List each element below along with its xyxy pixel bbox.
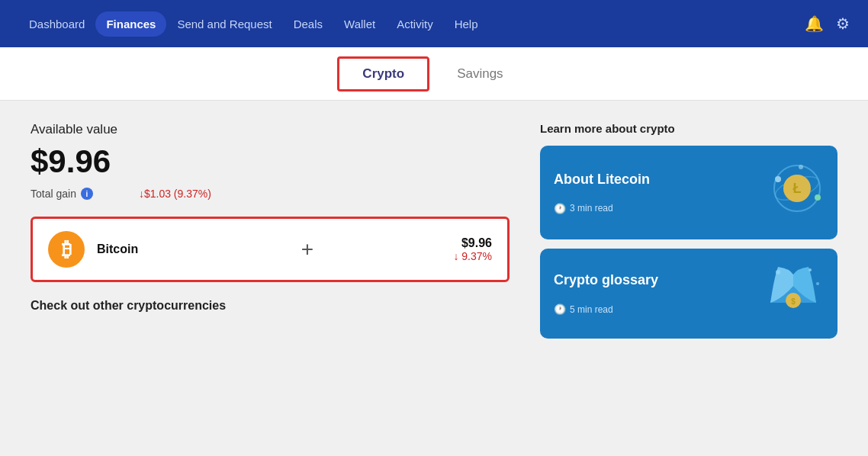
nav-dashboard[interactable]: Dashboard (18, 11, 95, 37)
coin-pct: ↓ 9.37% (453, 250, 492, 262)
coin-values: $9.96 ↓ 9.37% (453, 236, 492, 262)
left-panel: Available value $9.96 Total gain i ↓$1.0… (31, 122, 510, 435)
tab-crypto[interactable]: Crypto (337, 56, 429, 92)
bitcoin-card[interactable]: ₿ Bitcoin + $9.96 ↓ 9.37% (31, 217, 510, 282)
svg-point-6 (799, 165, 803, 169)
available-value: $9.96 (31, 143, 510, 180)
coin-usd: $9.96 (453, 236, 492, 250)
about-litecoin-card[interactable]: About Litecoin 🕐 3 min read Ł (540, 146, 837, 239)
card-title-litecoin: About Litecoin (554, 172, 650, 188)
svg-point-10 (809, 268, 812, 271)
other-cryptos-label: Check out other cryptocurrencies (31, 299, 510, 313)
litecoin-illustration: Ł (755, 158, 824, 227)
bitcoin-icon: ₿ (48, 231, 85, 268)
clock-icon-litecoin: 🕐 (554, 203, 566, 214)
svg-point-11 (816, 282, 819, 285)
svg-point-5 (815, 194, 821, 201)
total-gain-row: Total gain i ↓$1.03 (9.37%) (31, 188, 510, 200)
svg-point-9 (776, 270, 780, 275)
nav-wallet[interactable]: Wallet (333, 11, 386, 37)
tabs-bar: Crypto Savings (0, 47, 868, 101)
nav-send-request[interactable]: Send and Request (166, 11, 282, 37)
card-text-glossary: Crypto glossary 🕐 5 min read (554, 272, 658, 315)
svg-point-4 (775, 176, 781, 182)
gain-value: ↓$1.03 (9.37%) (139, 188, 211, 200)
available-label: Available value (31, 122, 510, 137)
clock-icon-glossary: 🕐 (554, 303, 566, 315)
add-icon[interactable]: + (173, 237, 441, 262)
glossary-illustration: $ (763, 261, 824, 326)
info-icon[interactable]: i (81, 188, 93, 200)
coin-name: Bitcoin (97, 242, 138, 256)
card-title-glossary: Crypto glossary (554, 272, 658, 288)
total-gain-label: Total gain i (31, 188, 93, 200)
nav-activity[interactable]: Activity (386, 11, 444, 37)
tab-savings[interactable]: Savings (429, 56, 530, 92)
card-time-litecoin: 🕐 3 min read (554, 203, 650, 214)
crypto-glossary-card[interactable]: Crypto glossary 🕐 5 min read $ (540, 249, 837, 339)
nav-help[interactable]: Help (444, 11, 489, 37)
bell-icon[interactable]: 🔔 (805, 14, 824, 33)
nav-finances[interactable]: Finances (95, 11, 166, 37)
svg-text:$: $ (791, 297, 796, 306)
gear-icon[interactable]: ⚙ (836, 14, 850, 33)
card-time-glossary: 🕐 5 min read (554, 303, 658, 315)
right-panel: Learn more about crypto About Litecoin 🕐… (540, 122, 837, 435)
learn-label: Learn more about crypto (540, 122, 837, 135)
card-text-litecoin: About Litecoin 🕐 3 min read (554, 172, 650, 214)
svg-text:Ł: Ł (793, 181, 802, 196)
main-content: Available value $9.96 Total gain i ↓$1.0… (0, 101, 868, 456)
navigation: Dashboard Finances Send and Request Deal… (0, 0, 868, 47)
nav-deals[interactable]: Deals (283, 11, 333, 37)
